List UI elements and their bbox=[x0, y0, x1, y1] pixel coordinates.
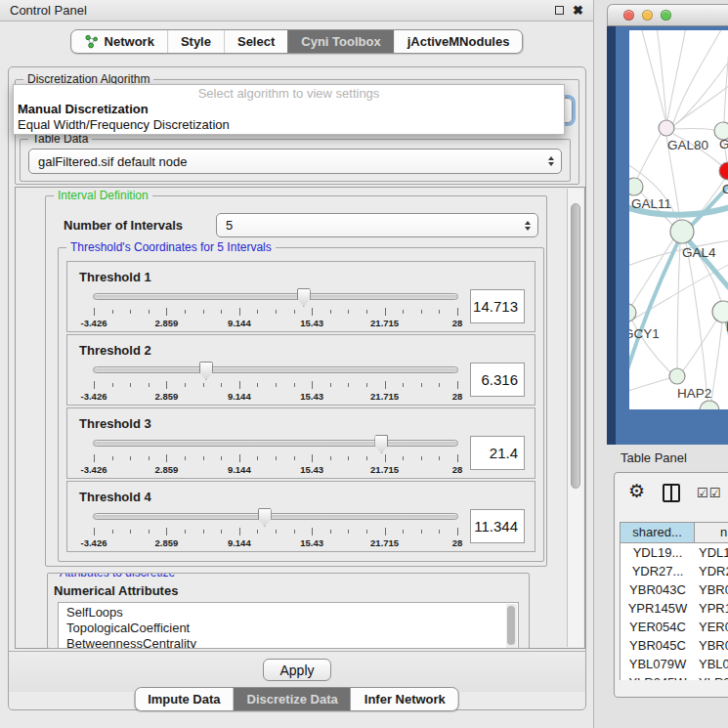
cell-name: YPR1 bbox=[695, 599, 728, 618]
tick-mark bbox=[185, 383, 186, 387]
network-node-gal11[interactable] bbox=[629, 178, 643, 195]
tick-mark bbox=[330, 530, 331, 534]
threshold-panel-2: Threshold 2 -3.4262.8599.14415.4321.7152… bbox=[66, 334, 535, 406]
apply-row: Apply bbox=[9, 651, 585, 692]
threshold-slider: -3.4262.8599.14415.4321.71528 bbox=[93, 361, 458, 404]
attribute-item-selfloops[interactable]: SelfLoops bbox=[66, 605, 518, 621]
slider-tick-labels: -3.4262.8599.14415.4321.71528 bbox=[94, 464, 457, 476]
network-node-bottom-partial[interactable] bbox=[700, 401, 719, 409]
window-controls: ✖ bbox=[555, 4, 583, 17]
attributes-group: Attributes to discretize Numerical Attri… bbox=[47, 573, 530, 649]
cell-name: YER0 bbox=[695, 618, 728, 636]
tick-mark bbox=[94, 454, 95, 462]
slider-track[interactable] bbox=[93, 293, 458, 300]
tick-mark bbox=[348, 530, 349, 534]
threshold-value-field[interactable] bbox=[470, 436, 525, 470]
table-row[interactable]: YBR045CYBR0 bbox=[621, 636, 728, 655]
number-of-intervals-combobox[interactable]: 5 bbox=[216, 213, 538, 237]
tick-mark bbox=[457, 381, 458, 389]
cell-name: YBR0 bbox=[695, 636, 728, 655]
tab-jactivemnodules[interactable]: jActiveMNodules bbox=[394, 30, 523, 53]
threshold-panel-1: Threshold 1 -3.4262.8599.14415.4321.7152… bbox=[66, 261, 535, 332]
network-node-hap2[interactable] bbox=[669, 368, 685, 384]
checkboxes-icon[interactable]: ☑☑ bbox=[697, 486, 721, 500]
tab-network[interactable]: Network bbox=[71, 30, 167, 53]
tick-mark bbox=[385, 454, 386, 462]
table-row[interactable]: YER054CYER0 bbox=[621, 618, 728, 636]
slider-track[interactable] bbox=[93, 513, 458, 520]
float-panel-icon[interactable] bbox=[555, 6, 564, 15]
tab-cyni-toolbox[interactable]: Cyni Toolbox bbox=[287, 30, 393, 53]
table-row[interactable]: YDL19...YDL1 bbox=[621, 543, 728, 562]
threshold-value-field[interactable] bbox=[470, 363, 525, 397]
axis-tick-label: 15.43 bbox=[300, 537, 323, 548]
slider-thumb[interactable] bbox=[297, 288, 311, 307]
attribute-item-betweennesscentrality[interactable]: BetweennessCentrality bbox=[66, 636, 518, 649]
tick-mark bbox=[257, 530, 258, 534]
column-header-shared-name[interactable]: shared... bbox=[621, 523, 695, 542]
top-tab-bar: NetworkStyleSelectCyni ToolboxjActiveMNo… bbox=[70, 29, 524, 54]
columns-icon[interactable] bbox=[663, 484, 680, 502]
axis-tick-label: -3.426 bbox=[81, 391, 107, 402]
tab-select[interactable]: Select bbox=[224, 30, 287, 53]
table-row[interactable]: YBR043CYBR0 bbox=[621, 580, 728, 599]
tab-style[interactable]: Style bbox=[167, 30, 224, 53]
mac-minimize-icon[interactable] bbox=[642, 10, 653, 21]
slider-thumb[interactable] bbox=[199, 362, 213, 380]
algorithm-option-equal-width-frequency-discretization[interactable]: Equal Width/Frequency Discretization bbox=[14, 117, 564, 133]
apply-button[interactable]: Apply bbox=[263, 659, 331, 681]
scrollbar-thumb[interactable] bbox=[571, 203, 580, 489]
table-row[interactable]: YDR27...YDR2 bbox=[621, 562, 728, 580]
tick-mark bbox=[403, 310, 404, 314]
table-row[interactable]: YBL079WYBL0 bbox=[621, 655, 728, 673]
interval-definition-title: Interval Definition bbox=[54, 189, 152, 202]
numerical-attributes-label: Numerical Attributes bbox=[54, 583, 529, 598]
tick-mark bbox=[366, 456, 367, 460]
threshold-value-field[interactable] bbox=[470, 289, 525, 323]
network-node-gal80[interactable] bbox=[659, 120, 674, 136]
window-title: Control Panel bbox=[10, 3, 555, 18]
gear-icon[interactable]: ⚙ bbox=[628, 482, 645, 500]
tick-mark bbox=[294, 310, 295, 314]
slider-track[interactable] bbox=[93, 366, 458, 373]
axis-tick-label: 15.43 bbox=[300, 391, 323, 402]
axis-tick-label: 2.859 bbox=[155, 537, 179, 548]
algorithm-dropdown-popup: Select algorithm to view settingsManual … bbox=[13, 84, 565, 135]
attribute-item-topologicalcoefficient[interactable]: TopologicalCoefficient bbox=[66, 621, 518, 636]
cell-shared-name: YBR043C bbox=[621, 580, 695, 599]
mac-close-icon[interactable] bbox=[623, 10, 634, 21]
threshold-value-field[interactable] bbox=[470, 509, 525, 543]
network-node-gcy1[interactable] bbox=[629, 304, 636, 321]
network-canvas[interactable]: GAL80GACGAL11GAL4GCY1HHAP2 bbox=[629, 30, 728, 409]
network-edge bbox=[673, 30, 723, 123]
tab-infer-network[interactable]: Infer Network bbox=[351, 688, 458, 710]
number-of-intervals-label: Number of Intervals bbox=[64, 218, 216, 233]
tab-label: Impute Data bbox=[148, 692, 220, 707]
scrollbar-thumb[interactable] bbox=[507, 606, 515, 645]
cell-shared-name: YLR345W bbox=[621, 673, 695, 680]
table-data-combobox[interactable]: galFiltered.sif default node bbox=[28, 149, 562, 174]
network-node-gal4[interactable] bbox=[670, 220, 694, 243]
algorithm-option-manual-discretization[interactable]: Manual Discretization bbox=[14, 102, 564, 117]
table-row[interactable]: YLR345WYLR3 bbox=[621, 673, 728, 680]
mac-zoom-icon[interactable] bbox=[661, 10, 671, 21]
algorithm-option-select-algorithm-to-view-settings[interactable]: Select algorithm to view settings bbox=[14, 86, 564, 102]
settings-scrollbar[interactable] bbox=[567, 189, 583, 647]
attributes-scrollbar[interactable] bbox=[506, 604, 517, 649]
table-row[interactable]: YPR145WYPR1 bbox=[621, 599, 728, 618]
tick-mark bbox=[330, 383, 331, 387]
table-panel-title: Table Panel bbox=[621, 450, 687, 465]
slider-track[interactable] bbox=[93, 440, 458, 447]
tab-discretize-data[interactable]: Discretize Data bbox=[234, 688, 351, 710]
slider-thumb[interactable] bbox=[374, 435, 388, 453]
numerical-attributes-list[interactable]: SelfLoopsTopologicalCoefficientBetweenne… bbox=[58, 602, 519, 649]
slider-thumb[interactable] bbox=[258, 508, 272, 527]
network-edge bbox=[637, 134, 661, 179]
column-header-name[interactable]: n bbox=[695, 523, 728, 542]
close-icon[interactable]: ✖ bbox=[573, 4, 583, 17]
tab-impute-data[interactable]: Impute Data bbox=[135, 688, 233, 710]
tick-mark bbox=[421, 456, 422, 460]
network-edge bbox=[641, 30, 665, 120]
cell-name: YDR2 bbox=[695, 562, 728, 580]
network-edge bbox=[676, 54, 728, 124]
